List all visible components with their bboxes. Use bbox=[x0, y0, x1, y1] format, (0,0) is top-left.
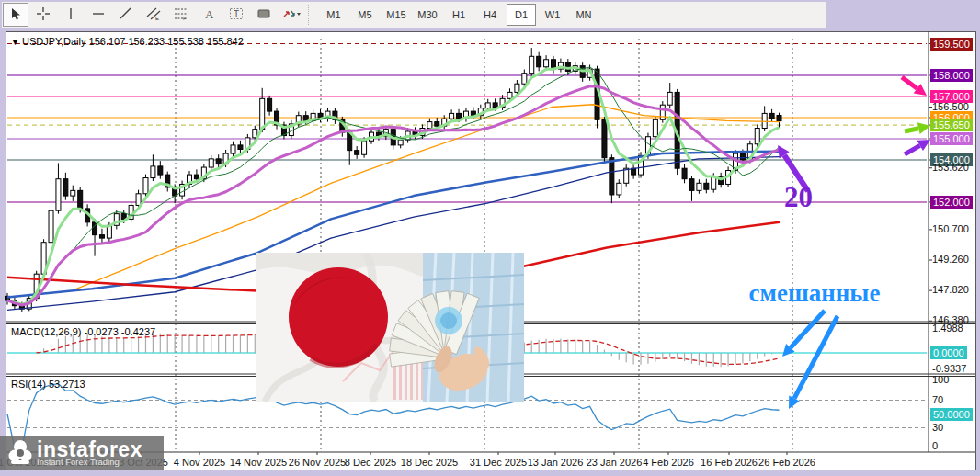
trend-line-icon bbox=[119, 6, 133, 24]
horizontal-line-tool-button[interactable] bbox=[85, 3, 111, 27]
date-label: 14 Nov 2025 bbox=[230, 457, 287, 468]
date-label: 13 Jan 2026 bbox=[528, 457, 584, 468]
logo-brand-text: instaforex bbox=[37, 440, 142, 459]
japan-flag-money-photo bbox=[256, 253, 524, 402]
svg-text:A: A bbox=[205, 7, 214, 21]
svg-text:E: E bbox=[155, 16, 159, 21]
toolbar-separator bbox=[308, 5, 315, 25]
svg-text:F: F bbox=[183, 16, 187, 21]
macd-scale-top: 1.4988 bbox=[932, 323, 963, 334]
price-badge-155.650: 155.650 bbox=[930, 119, 973, 131]
macd-scale-bottom: -0.9337 bbox=[932, 363, 966, 374]
shapes-tool-button[interactable] bbox=[251, 3, 277, 27]
ma20-annotation[interactable]: 20 bbox=[784, 181, 813, 214]
rsi-scale-0: 0 bbox=[932, 440, 938, 451]
mixed-signals-annotation[interactable]: смешанные bbox=[735, 279, 894, 308]
rsi-50-badge: 50.0000 bbox=[930, 408, 973, 421]
date-label: 23 Jan 2026 bbox=[587, 457, 643, 468]
cursor-tool-button[interactable] bbox=[3, 3, 28, 27]
instaforex-watermark: instaforex Instant Forex Trading bbox=[0, 436, 164, 470]
price-tick-147.820: 147.820 bbox=[932, 284, 969, 295]
date-label: 8 Dec 2025 bbox=[345, 457, 396, 468]
timeframe-m5-button[interactable]: M5 bbox=[350, 4, 380, 26]
timeframe-m30-button[interactable]: M30 bbox=[413, 4, 442, 26]
ohlc-low: 155.538 bbox=[167, 36, 204, 47]
price-badge-158.000: 158.000 bbox=[930, 69, 973, 82]
text-label-tool-button[interactable]: T bbox=[223, 3, 249, 27]
cursor-icon bbox=[8, 6, 23, 24]
fibonacci-icon: F bbox=[174, 6, 188, 24]
text-label-icon: T bbox=[229, 6, 244, 24]
timeframe-mn-button[interactable]: MN bbox=[569, 4, 598, 26]
drawing-tools-group: EFAT bbox=[2, 3, 305, 27]
macd-indicator-label: MACD(12,26,9) -0.0273 -0.4237 bbox=[11, 326, 155, 337]
vertical-line-icon bbox=[63, 6, 78, 24]
chart-dropdown-icon[interactable]: ▼ bbox=[11, 38, 19, 47]
crosshair-tool-button[interactable] bbox=[30, 3, 56, 27]
crosshair-icon bbox=[36, 6, 51, 24]
horizontal-line-icon bbox=[91, 6, 106, 24]
timeframe-w1-button[interactable]: W1 bbox=[538, 4, 567, 26]
date-label: 16 Feb 2026 bbox=[701, 457, 758, 468]
price-tick-150.700: 150.700 bbox=[932, 223, 969, 234]
chart-symbol-period: USDJPY,Daily bbox=[22, 36, 86, 47]
rsi-indicator-label: RSI(14) 53.2713 bbox=[11, 379, 85, 390]
date-label: 26 Feb 2026 bbox=[758, 457, 815, 468]
price-tick-156.500: 156.500 bbox=[932, 101, 969, 112]
price-tick-149.260: 149.260 bbox=[932, 254, 969, 265]
ohlc-open: 156.107 bbox=[89, 36, 126, 47]
macd-zero-badge: 0.0000 bbox=[930, 346, 967, 359]
equidistant-channel-tool-button[interactable]: E bbox=[141, 3, 166, 27]
svg-text:T: T bbox=[234, 9, 239, 19]
date-label: 26 Nov 2025 bbox=[289, 457, 346, 468]
price-badge-152.000: 152.000 bbox=[930, 196, 973, 209]
price-badge-155.000: 155.000 bbox=[930, 132, 973, 145]
chart-window bbox=[6, 31, 976, 470]
timeframe-d1-button[interactable]: D1 bbox=[507, 4, 536, 26]
date-label: 18 Dec 2025 bbox=[401, 457, 458, 468]
shapes-icon bbox=[256, 6, 271, 24]
text-tool-button[interactable]: A bbox=[196, 3, 222, 27]
trend-line-tool-button[interactable] bbox=[113, 3, 139, 27]
text-icon: A bbox=[201, 6, 216, 24]
rsi-scale-100: 100 bbox=[932, 374, 949, 385]
date-label: 4 Feb 2026 bbox=[643, 457, 694, 468]
ohlc-close: 155.842 bbox=[207, 36, 244, 47]
timeframe-h4-button[interactable]: H4 bbox=[475, 4, 505, 26]
vertical-line-tool-button[interactable] bbox=[58, 3, 84, 27]
timeframe-group: M1M5M15M30H1H4D1W1MN bbox=[318, 4, 599, 26]
timeframe-h1-button[interactable]: H1 bbox=[444, 4, 473, 26]
rsi-scale-70: 70 bbox=[932, 394, 943, 405]
instaforex-logo-icon bbox=[4, 438, 35, 468]
ohlc-high: 156.233 bbox=[128, 36, 165, 47]
price-badge-159.500: 159.500 bbox=[930, 38, 973, 51]
arrows-icon bbox=[281, 6, 302, 24]
date-label: 31 Dec 2025 bbox=[470, 457, 527, 468]
toolbar: EFAT M1M5M15M30H1H4D1W1MN bbox=[2, 2, 826, 28]
arrows-tool-button[interactable] bbox=[279, 3, 304, 27]
price-tick-153.620: 153.620 bbox=[932, 162, 969, 173]
timeframe-m1-button[interactable]: M1 bbox=[319, 4, 348, 26]
trading-terminal: { "window": { "symbol_period": "USDJPY,D… bbox=[0, 0, 980, 476]
equidistant-channel-icon: E bbox=[146, 6, 161, 24]
timeframe-m15-button[interactable]: M15 bbox=[382, 4, 411, 26]
fibonacci-tool-button[interactable]: F bbox=[168, 3, 194, 27]
chart-title: ▼ USDJPY,Daily 156.107 156.233 155.538 1… bbox=[11, 36, 244, 47]
date-label: 4 Nov 2025 bbox=[174, 457, 225, 468]
rsi-scale-30: 30 bbox=[932, 422, 943, 433]
